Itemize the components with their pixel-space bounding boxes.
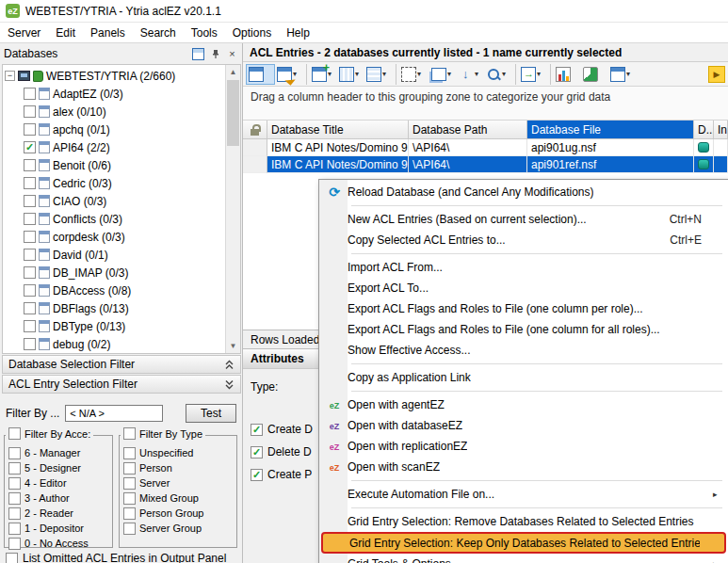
context-menu-item[interactable]: New ACL Entries (Based on current select… bbox=[321, 209, 726, 230]
context-menu-item[interactable] bbox=[351, 507, 722, 508]
checkbox[interactable] bbox=[8, 477, 21, 490]
checkbox[interactable] bbox=[8, 538, 21, 550]
database-path-cell[interactable]: \API64\ bbox=[409, 139, 527, 156]
context-menu-item[interactable] bbox=[351, 205, 722, 206]
toolbar-button[interactable] bbox=[427, 64, 457, 85]
close-icon[interactable]: × bbox=[226, 48, 238, 60]
menubar-item[interactable]: Panels bbox=[83, 24, 133, 41]
inherit-cell[interactable] bbox=[714, 139, 728, 156]
scroll-down-icon[interactable]: ▼ bbox=[226, 339, 240, 353]
database-type-cell[interactable] bbox=[694, 156, 714, 173]
database-path-cell[interactable]: \API64\ bbox=[409, 156, 527, 173]
database-checkbox[interactable] bbox=[24, 302, 36, 314]
filter-option[interactable]: Unspecified bbox=[123, 445, 235, 460]
filter-option[interactable]: 3 - Author bbox=[8, 491, 110, 506]
database-checkbox[interactable] bbox=[24, 177, 36, 189]
tree-item-database[interactable]: AdaptEZ (0/3) bbox=[5, 85, 225, 103]
checkbox[interactable] bbox=[8, 492, 21, 505]
context-menu-item[interactable]: Import ACL From... bbox=[321, 257, 726, 278]
filter-option[interactable]: Mixed Group bbox=[123, 491, 235, 506]
grid-column-header[interactable]: Database Title bbox=[267, 121, 409, 139]
tree-item-database[interactable]: DBAccess (0/8) bbox=[5, 282, 225, 299]
dropdown-caret-icon[interactable] bbox=[502, 71, 510, 78]
context-menu-item[interactable]: Open with replicationEZ bbox=[321, 436, 726, 457]
context-menu-item[interactable]: Grid Entry Selection: Keep Only Database… bbox=[321, 532, 726, 554]
database-checkbox[interactable] bbox=[24, 105, 36, 118]
scrollbar-thumb[interactable] bbox=[227, 80, 239, 146]
dropdown-caret-icon[interactable] bbox=[293, 71, 300, 78]
dropdown-caret-icon[interactable] bbox=[447, 71, 455, 78]
grid-column-header[interactable] bbox=[243, 121, 267, 139]
toolbar-button[interactable] bbox=[515, 64, 546, 85]
tree-item-database[interactable]: Benoit (0/6) bbox=[5, 156, 225, 174]
checkbox[interactable] bbox=[251, 469, 263, 481]
context-menu-item[interactable]: Grid Tools & Options bbox=[321, 554, 726, 563]
dropdown-caret-icon[interactable] bbox=[382, 71, 390, 78]
context-menu-item[interactable] bbox=[351, 253, 722, 254]
tree-item-database[interactable]: DB_IMAP (0/3) bbox=[5, 264, 225, 282]
collapse-expander-icon[interactable] bbox=[5, 71, 15, 81]
context-menu-item[interactable]: Open with databaseEZ bbox=[321, 415, 726, 436]
database-file-cell[interactable]: api901ref.nsf bbox=[527, 156, 694, 173]
checkbox[interactable] bbox=[8, 507, 21, 520]
filter-value-input[interactable] bbox=[65, 405, 163, 422]
menubar-item[interactable]: Options bbox=[225, 24, 279, 41]
tree-scrollbar[interactable]: ▲ ▼ bbox=[225, 65, 240, 353]
checkbox[interactable] bbox=[8, 447, 21, 459]
grid-column-header[interactable]: Database Path bbox=[409, 121, 527, 139]
database-selection-filter-bar[interactable]: Database Selection Filter bbox=[2, 355, 241, 374]
tree-item-database[interactable]: alex (0/10) bbox=[5, 103, 225, 121]
menubar-item[interactable]: Help bbox=[279, 24, 317, 41]
filter-option[interactable]: 2 - Reader bbox=[8, 506, 110, 521]
context-menu-item[interactable]: Copy Selected ACL Entries to... Ctrl+E bbox=[321, 230, 726, 250]
toolbar-button[interactable] bbox=[581, 64, 608, 85]
context-menu-item[interactable] bbox=[351, 391, 722, 392]
toolbar-button[interactable] bbox=[608, 64, 636, 85]
checkbox[interactable] bbox=[123, 477, 136, 490]
dropdown-caret-icon[interactable] bbox=[626, 71, 634, 78]
context-menu-item[interactable]: Open with scanEZ bbox=[321, 457, 726, 477]
database-title-cell[interactable]: IBM C API Notes/Domino 9 bbox=[267, 139, 409, 156]
tree-item-database[interactable]: API64 (2/2) bbox=[5, 138, 225, 156]
database-checkbox[interactable] bbox=[24, 338, 36, 350]
context-menu-item[interactable]: Open with agentEZ bbox=[321, 394, 726, 415]
filter-option[interactable]: 0 - No Access bbox=[8, 536, 110, 551]
context-menu-item[interactable]: Export ACL To... bbox=[321, 278, 726, 298]
grid-row[interactable]: IBM C API Notes/Domino 9 \API64\ api901r… bbox=[243, 156, 728, 173]
checkbox[interactable] bbox=[123, 447, 136, 459]
checkbox[interactable] bbox=[123, 507, 136, 520]
scroll-up-icon[interactable]: ▲ bbox=[226, 65, 240, 79]
row-indicator-cell[interactable] bbox=[243, 139, 267, 156]
filter-by-type-legend[interactable]: Filter By Type bbox=[121, 427, 205, 440]
toolbar-overflow-icon[interactable]: ▶ bbox=[708, 66, 725, 83]
database-checkbox[interactable] bbox=[24, 213, 36, 225]
context-menu-item[interactable]: Show Effective Access... bbox=[321, 340, 726, 361]
database-checkbox[interactable] bbox=[24, 231, 36, 243]
collapse-up-icon[interactable] bbox=[224, 360, 235, 370]
checkbox[interactable] bbox=[8, 523, 21, 535]
grid-column-header[interactable]: Inh bbox=[714, 121, 728, 139]
toolbar-button[interactable] bbox=[246, 64, 275, 85]
tree-item-database[interactable]: David (0/1) bbox=[5, 246, 225, 264]
expand-down-icon[interactable] bbox=[224, 379, 235, 390]
tree-item-database[interactable]: DBFlags (0/13) bbox=[5, 299, 225, 317]
filter-option[interactable]: 5 - Designer bbox=[8, 460, 110, 475]
inherit-cell[interactable] bbox=[714, 156, 728, 173]
database-type-cell[interactable] bbox=[694, 139, 714, 156]
grid-row[interactable]: IBM C API Notes/Domino 9 \API64\ api901u… bbox=[243, 139, 728, 156]
grouping-zone[interactable]: Drag a column header to this grouping zo… bbox=[243, 87, 728, 121]
tree-root-server[interactable]: WEBTEST/YTRIA (2/660) bbox=[5, 67, 225, 85]
database-file-cell[interactable]: api901ug.nsf bbox=[527, 139, 694, 156]
database-checkbox[interactable] bbox=[24, 88, 36, 100]
context-menu-item[interactable]: Reload Database (and Cancel Any Modifica… bbox=[321, 182, 726, 202]
dropdown-caret-icon[interactable] bbox=[537, 71, 544, 78]
tree-item-database[interactable]: Conflicts (0/3) bbox=[5, 210, 225, 228]
filter-option[interactable]: 6 - Manager bbox=[8, 445, 110, 460]
checkbox[interactable] bbox=[251, 446, 263, 458]
database-checkbox[interactable] bbox=[24, 141, 36, 153]
checkbox[interactable] bbox=[123, 523, 136, 535]
context-menu-item[interactable]: Export ACL Flags and Roles to File (one … bbox=[321, 319, 726, 340]
list-omitted-checkbox-row[interactable]: List Omitted ACL Entries in Output Panel bbox=[6, 552, 226, 563]
checkbox[interactable] bbox=[8, 462, 21, 475]
tree-item-database[interactable]: apchq (0/1) bbox=[5, 121, 225, 138]
